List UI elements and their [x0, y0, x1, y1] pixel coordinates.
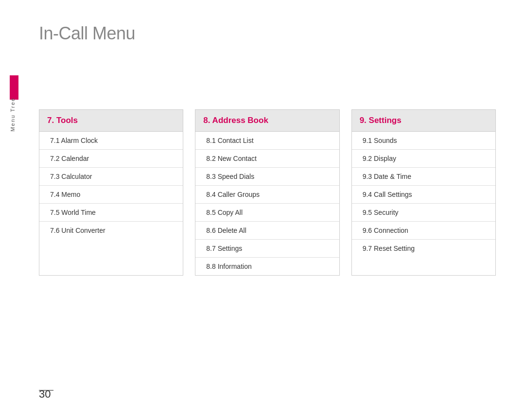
list-item: 9.1 Sounds — [352, 132, 495, 150]
list-item: 8.2 New Contact — [195, 150, 339, 168]
list-item: 8.3 Speed Dials — [195, 168, 339, 186]
list-item: 9.2 Display — [352, 150, 495, 168]
list-item: 7.3 Calculator — [39, 168, 183, 186]
list-item: 7.6 Unit Converter — [39, 222, 183, 239]
settings-column: 9. Settings 9.1 Sounds 9.2 Display 9.3 D… — [351, 109, 496, 276]
list-item: 8.7 Settings — [195, 240, 339, 258]
list-item: 8.8 Information — [195, 258, 339, 275]
settings-header: 9. Settings — [352, 110, 495, 132]
address-book-column: 8. Address Book 8.1 Contact List 8.2 New… — [195, 109, 339, 276]
page-title: In-Call Menu — [39, 23, 135, 44]
address-book-header: 8. Address Book — [195, 110, 339, 132]
list-item: 9.7 Reset Setting — [352, 240, 495, 257]
list-item: 9.4 Call Settings — [352, 186, 495, 204]
list-item: 8.6 Delete All — [195, 222, 339, 240]
tools-column: 7. Tools 7.1 Alarm Clock 7.2 Calendar 7.… — [39, 109, 183, 276]
list-item: 8.1 Contact List — [195, 132, 339, 150]
list-item: 7.1 Alarm Clock — [39, 132, 183, 150]
columns-wrapper: 7. Tools 7.1 Alarm Clock 7.2 Calendar 7.… — [39, 109, 496, 276]
list-item: 9.5 Security — [352, 204, 495, 222]
tools-header: 7. Tools — [39, 110, 183, 132]
list-item: 9.6 Connection — [352, 222, 495, 240]
list-item: 9.3 Date & Time — [352, 168, 495, 186]
list-item: 8.4 Caller Groups — [195, 186, 339, 204]
page-number: 30 — [39, 388, 51, 401]
list-item: 7.5 World Time — [39, 204, 183, 222]
list-item: 8.5 Copy All — [195, 204, 339, 222]
list-item: 7.4 Memo — [39, 186, 183, 204]
pink-accent-bar — [10, 75, 18, 100]
sidebar-label: Menu Tree — [10, 97, 16, 132]
list-item: 7.2 Calendar — [39, 150, 183, 168]
